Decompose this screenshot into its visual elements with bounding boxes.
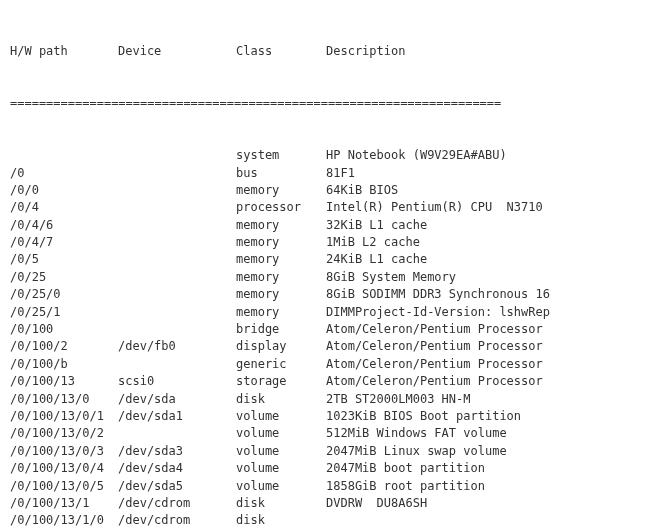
table-header-row: H/W pathDeviceClassDescription bbox=[10, 43, 636, 60]
cell-description: 1858GiB root partition bbox=[326, 478, 485, 495]
cell-description: 2TB ST2000LM003 HN-M bbox=[326, 391, 471, 408]
cell-class: memory bbox=[236, 269, 326, 286]
cell-hw-path: /0 bbox=[10, 165, 118, 182]
cell-class: disk bbox=[236, 512, 326, 528]
cell-hw-path: /0/100 bbox=[10, 321, 118, 338]
cell-hw-path: /0/4/6 bbox=[10, 217, 118, 234]
cell-description: Intel(R) Pentium(R) CPU N3710 bbox=[326, 199, 543, 216]
table-row: /0/100/13/1/dev/cdromdiskDVDRW DU8A6SH bbox=[10, 495, 636, 512]
table-row: /0/100/13/0/3/dev/sda3volume2047MiB Linu… bbox=[10, 443, 636, 460]
cell-description: 64KiB BIOS bbox=[326, 182, 398, 199]
cell-description: 1023KiB BIOS Boot partition bbox=[326, 408, 521, 425]
table-row: systemHP Notebook (W9V29EA#ABU) bbox=[10, 147, 636, 164]
cell-class: memory bbox=[236, 251, 326, 268]
cell-hw-path: /0/4/7 bbox=[10, 234, 118, 251]
cell-class: volume bbox=[236, 425, 326, 442]
table-row: /0/100/13/0/5/dev/sda5volume1858GiB root… bbox=[10, 478, 636, 495]
table-row: /0/100bridgeAtom/Celeron/Pentium Process… bbox=[10, 321, 636, 338]
cell-device: /dev/cdrom bbox=[118, 495, 236, 512]
cell-class: memory bbox=[236, 286, 326, 303]
cell-description: 2047MiB boot partition bbox=[326, 460, 485, 477]
cell-class: memory bbox=[236, 304, 326, 321]
cell-class: disk bbox=[236, 495, 326, 512]
header-class: Class bbox=[236, 43, 326, 60]
cell-description: 81F1 bbox=[326, 165, 355, 182]
cell-hw-path: /0/100/13/0/5 bbox=[10, 478, 118, 495]
table-row: /0bus81F1 bbox=[10, 165, 636, 182]
table-row: /0/4/7memory1MiB L2 cache bbox=[10, 234, 636, 251]
cell-hw-path: /0/100/2 bbox=[10, 338, 118, 355]
cell-device: /dev/fb0 bbox=[118, 338, 236, 355]
cell-hw-path: /0/100/b bbox=[10, 356, 118, 373]
cell-description: Atom/Celeron/Pentium Processor bbox=[326, 338, 543, 355]
cell-device: /dev/sda bbox=[118, 391, 236, 408]
cell-class: volume bbox=[236, 408, 326, 425]
cell-hw-path: /0/100/13/0/1 bbox=[10, 408, 118, 425]
cell-hw-path: /0/25/1 bbox=[10, 304, 118, 321]
cell-description: 512MiB Windows FAT volume bbox=[326, 425, 507, 442]
lshw-output: H/W pathDeviceClassDescription =========… bbox=[0, 0, 646, 528]
cell-class: generic bbox=[236, 356, 326, 373]
table-row: /0/25/0memory8GiB SODIMM DDR3 Synchronou… bbox=[10, 286, 636, 303]
cell-hw-path: /0/100/13/1 bbox=[10, 495, 118, 512]
cell-class: memory bbox=[236, 234, 326, 251]
cell-class: disk bbox=[236, 391, 326, 408]
table-row: /0/100/2/dev/fb0displayAtom/Celeron/Pent… bbox=[10, 338, 636, 355]
cell-hw-path: /0/25/0 bbox=[10, 286, 118, 303]
cell-device: /dev/cdrom bbox=[118, 512, 236, 528]
cell-hw-path: /0/4 bbox=[10, 199, 118, 216]
cell-class: system bbox=[236, 147, 326, 164]
cell-description: Atom/Celeron/Pentium Processor bbox=[326, 373, 543, 390]
cell-hw-path: /0/100/13/0/3 bbox=[10, 443, 118, 460]
cell-description: 8GiB System Memory bbox=[326, 269, 456, 286]
table-row: /0/100/13/1/0/dev/cdromdisk bbox=[10, 512, 636, 528]
cell-description: HP Notebook (W9V29EA#ABU) bbox=[326, 147, 507, 164]
cell-class: bus bbox=[236, 165, 326, 182]
cell-description: DVDRW DU8A6SH bbox=[326, 495, 427, 512]
cell-hw-path: /0/100/13/0/2 bbox=[10, 425, 118, 442]
cell-class: display bbox=[236, 338, 326, 355]
table-body: systemHP Notebook (W9V29EA#ABU)/0bus81F1… bbox=[10, 147, 636, 528]
cell-class: storage bbox=[236, 373, 326, 390]
cell-class: processor bbox=[236, 199, 326, 216]
cell-device: /dev/sda5 bbox=[118, 478, 236, 495]
cell-device: /dev/sda3 bbox=[118, 443, 236, 460]
table-row: /0/100/13/0/dev/sdadisk2TB ST2000LM003 H… bbox=[10, 391, 636, 408]
table-row: /0/25/1memoryDIMMProject-Id-Version: lsh… bbox=[10, 304, 636, 321]
cell-device: /dev/sda4 bbox=[118, 460, 236, 477]
table-row: /0/100/bgenericAtom/Celeron/Pentium Proc… bbox=[10, 356, 636, 373]
header-separator: ========================================… bbox=[10, 95, 636, 112]
cell-description: 32KiB L1 cache bbox=[326, 217, 427, 234]
header-description: Description bbox=[326, 43, 405, 60]
cell-class: memory bbox=[236, 217, 326, 234]
cell-hw-path: /0/0 bbox=[10, 182, 118, 199]
cell-description: Atom/Celeron/Pentium Processor bbox=[326, 356, 543, 373]
cell-description: 2047MiB Linux swap volume bbox=[326, 443, 507, 460]
cell-class: volume bbox=[236, 443, 326, 460]
cell-description: 1MiB L2 cache bbox=[326, 234, 420, 251]
table-row: /0/25memory8GiB System Memory bbox=[10, 269, 636, 286]
cell-description: 24KiB L1 cache bbox=[326, 251, 427, 268]
cell-hw-path: /0/100/13/0 bbox=[10, 391, 118, 408]
cell-device: scsi0 bbox=[118, 373, 236, 390]
cell-hw-path: /0/5 bbox=[10, 251, 118, 268]
cell-hw-path: /0/100/13/1/0 bbox=[10, 512, 118, 528]
table-row: /0/100/13scsi0storageAtom/Celeron/Pentiu… bbox=[10, 373, 636, 390]
cell-description: Atom/Celeron/Pentium Processor bbox=[326, 321, 543, 338]
cell-description: DIMMProject-Id-Version: lshwRep bbox=[326, 304, 550, 321]
cell-class: volume bbox=[236, 478, 326, 495]
cell-hw-path: /0/25 bbox=[10, 269, 118, 286]
header-device: Device bbox=[118, 43, 236, 60]
table-row: /0/4/6memory32KiB L1 cache bbox=[10, 217, 636, 234]
cell-class: bridge bbox=[236, 321, 326, 338]
cell-hw-path: /0/100/13 bbox=[10, 373, 118, 390]
table-row: /0/100/13/0/2volume512MiB Windows FAT vo… bbox=[10, 425, 636, 442]
table-row: /0/100/13/0/4/dev/sda4volume2047MiB boot… bbox=[10, 460, 636, 477]
table-row: /0/5memory24KiB L1 cache bbox=[10, 251, 636, 268]
table-row: /0/4processorIntel(R) Pentium(R) CPU N37… bbox=[10, 199, 636, 216]
table-row: /0/100/13/0/1/dev/sda1volume1023KiB BIOS… bbox=[10, 408, 636, 425]
cell-class: volume bbox=[236, 460, 326, 477]
cell-description: 8GiB SODIMM DDR3 Synchronous 16 bbox=[326, 286, 550, 303]
cell-device: /dev/sda1 bbox=[118, 408, 236, 425]
cell-hw-path: /0/100/13/0/4 bbox=[10, 460, 118, 477]
